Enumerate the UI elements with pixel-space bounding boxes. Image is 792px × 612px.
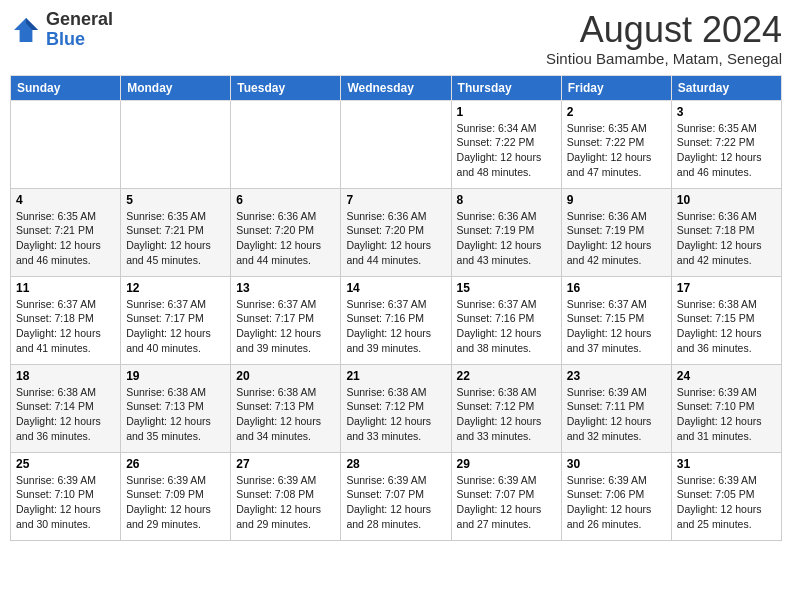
calendar-cell: 3Sunrise: 6:35 AM Sunset: 7:22 PM Daylig…	[671, 100, 781, 188]
day-number: 22	[457, 369, 556, 383]
calendar-cell: 2Sunrise: 6:35 AM Sunset: 7:22 PM Daylig…	[561, 100, 671, 188]
calendar-cell: 11Sunrise: 6:37 AM Sunset: 7:18 PM Dayli…	[11, 276, 121, 364]
column-header-wednesday: Wednesday	[341, 75, 451, 100]
day-number: 25	[16, 457, 115, 471]
calendar-cell: 31Sunrise: 6:39 AM Sunset: 7:05 PM Dayli…	[671, 452, 781, 540]
calendar-week-2: 4Sunrise: 6:35 AM Sunset: 7:21 PM Daylig…	[11, 188, 782, 276]
day-number: 31	[677, 457, 776, 471]
day-info: Sunrise: 6:39 AM Sunset: 7:08 PM Dayligh…	[236, 473, 335, 532]
day-number: 18	[16, 369, 115, 383]
calendar-week-1: 1Sunrise: 6:34 AM Sunset: 7:22 PM Daylig…	[11, 100, 782, 188]
location-subtitle: Sintiou Bamambe, Matam, Senegal	[546, 50, 782, 67]
day-number: 3	[677, 105, 776, 119]
day-number: 19	[126, 369, 225, 383]
calendar-cell: 8Sunrise: 6:36 AM Sunset: 7:19 PM Daylig…	[451, 188, 561, 276]
column-header-thursday: Thursday	[451, 75, 561, 100]
day-number: 14	[346, 281, 445, 295]
day-info: Sunrise: 6:36 AM Sunset: 7:20 PM Dayligh…	[346, 209, 445, 268]
day-number: 11	[16, 281, 115, 295]
day-number: 8	[457, 193, 556, 207]
day-number: 30	[567, 457, 666, 471]
calendar-cell: 29Sunrise: 6:39 AM Sunset: 7:07 PM Dayli…	[451, 452, 561, 540]
calendar-cell: 25Sunrise: 6:39 AM Sunset: 7:10 PM Dayli…	[11, 452, 121, 540]
calendar-cell: 17Sunrise: 6:38 AM Sunset: 7:15 PM Dayli…	[671, 276, 781, 364]
day-info: Sunrise: 6:39 AM Sunset: 7:07 PM Dayligh…	[346, 473, 445, 532]
day-info: Sunrise: 6:37 AM Sunset: 7:17 PM Dayligh…	[236, 297, 335, 356]
day-number: 29	[457, 457, 556, 471]
day-info: Sunrise: 6:35 AM Sunset: 7:22 PM Dayligh…	[567, 121, 666, 180]
day-number: 15	[457, 281, 556, 295]
calendar-cell: 19Sunrise: 6:38 AM Sunset: 7:13 PM Dayli…	[121, 364, 231, 452]
calendar-cell: 7Sunrise: 6:36 AM Sunset: 7:20 PM Daylig…	[341, 188, 451, 276]
day-info: Sunrise: 6:38 AM Sunset: 7:15 PM Dayligh…	[677, 297, 776, 356]
day-info: Sunrise: 6:39 AM Sunset: 7:10 PM Dayligh…	[677, 385, 776, 444]
calendar-cell: 14Sunrise: 6:37 AM Sunset: 7:16 PM Dayli…	[341, 276, 451, 364]
calendar-cell: 12Sunrise: 6:37 AM Sunset: 7:17 PM Dayli…	[121, 276, 231, 364]
calendar-cell	[341, 100, 451, 188]
day-number: 7	[346, 193, 445, 207]
day-info: Sunrise: 6:36 AM Sunset: 7:19 PM Dayligh…	[567, 209, 666, 268]
day-info: Sunrise: 6:38 AM Sunset: 7:12 PM Dayligh…	[346, 385, 445, 444]
calendar-week-4: 18Sunrise: 6:38 AM Sunset: 7:14 PM Dayli…	[11, 364, 782, 452]
calendar-cell: 23Sunrise: 6:39 AM Sunset: 7:11 PM Dayli…	[561, 364, 671, 452]
calendar-week-3: 11Sunrise: 6:37 AM Sunset: 7:18 PM Dayli…	[11, 276, 782, 364]
day-number: 1	[457, 105, 556, 119]
day-info: Sunrise: 6:36 AM Sunset: 7:20 PM Dayligh…	[236, 209, 335, 268]
column-header-monday: Monday	[121, 75, 231, 100]
day-info: Sunrise: 6:34 AM Sunset: 7:22 PM Dayligh…	[457, 121, 556, 180]
day-number: 23	[567, 369, 666, 383]
day-number: 12	[126, 281, 225, 295]
day-info: Sunrise: 6:39 AM Sunset: 7:06 PM Dayligh…	[567, 473, 666, 532]
day-number: 21	[346, 369, 445, 383]
day-number: 5	[126, 193, 225, 207]
logo: General Blue	[10, 10, 113, 50]
day-info: Sunrise: 6:37 AM Sunset: 7:16 PM Dayligh…	[346, 297, 445, 356]
day-number: 4	[16, 193, 115, 207]
calendar-table: SundayMondayTuesdayWednesdayThursdayFrid…	[10, 75, 782, 541]
calendar-cell: 24Sunrise: 6:39 AM Sunset: 7:10 PM Dayli…	[671, 364, 781, 452]
calendar-cell: 20Sunrise: 6:38 AM Sunset: 7:13 PM Dayli…	[231, 364, 341, 452]
calendar-cell	[121, 100, 231, 188]
day-info: Sunrise: 6:39 AM Sunset: 7:09 PM Dayligh…	[126, 473, 225, 532]
calendar-cell: 18Sunrise: 6:38 AM Sunset: 7:14 PM Dayli…	[11, 364, 121, 452]
calendar-header-row: SundayMondayTuesdayWednesdayThursdayFrid…	[11, 75, 782, 100]
day-number: 28	[346, 457, 445, 471]
page-header: General Blue August 2024 Sintiou Bamambe…	[10, 10, 782, 67]
day-info: Sunrise: 6:39 AM Sunset: 7:05 PM Dayligh…	[677, 473, 776, 532]
day-info: Sunrise: 6:38 AM Sunset: 7:13 PM Dayligh…	[126, 385, 225, 444]
logo-blue-text: Blue	[46, 30, 113, 50]
calendar-cell: 30Sunrise: 6:39 AM Sunset: 7:06 PM Dayli…	[561, 452, 671, 540]
column-header-sunday: Sunday	[11, 75, 121, 100]
day-info: Sunrise: 6:37 AM Sunset: 7:15 PM Dayligh…	[567, 297, 666, 356]
column-header-friday: Friday	[561, 75, 671, 100]
calendar-cell: 28Sunrise: 6:39 AM Sunset: 7:07 PM Dayli…	[341, 452, 451, 540]
calendar-cell: 6Sunrise: 6:36 AM Sunset: 7:20 PM Daylig…	[231, 188, 341, 276]
day-number: 24	[677, 369, 776, 383]
day-info: Sunrise: 6:38 AM Sunset: 7:13 PM Dayligh…	[236, 385, 335, 444]
day-number: 17	[677, 281, 776, 295]
day-info: Sunrise: 6:35 AM Sunset: 7:22 PM Dayligh…	[677, 121, 776, 180]
day-info: Sunrise: 6:38 AM Sunset: 7:14 PM Dayligh…	[16, 385, 115, 444]
day-number: 16	[567, 281, 666, 295]
calendar-cell: 10Sunrise: 6:36 AM Sunset: 7:18 PM Dayli…	[671, 188, 781, 276]
column-header-saturday: Saturday	[671, 75, 781, 100]
day-info: Sunrise: 6:35 AM Sunset: 7:21 PM Dayligh…	[126, 209, 225, 268]
calendar-cell: 15Sunrise: 6:37 AM Sunset: 7:16 PM Dayli…	[451, 276, 561, 364]
day-number: 13	[236, 281, 335, 295]
logo-icon	[10, 14, 42, 46]
day-number: 10	[677, 193, 776, 207]
day-info: Sunrise: 6:38 AM Sunset: 7:12 PM Dayligh…	[457, 385, 556, 444]
calendar-cell: 16Sunrise: 6:37 AM Sunset: 7:15 PM Dayli…	[561, 276, 671, 364]
day-number: 20	[236, 369, 335, 383]
day-number: 6	[236, 193, 335, 207]
column-header-tuesday: Tuesday	[231, 75, 341, 100]
calendar-cell: 26Sunrise: 6:39 AM Sunset: 7:09 PM Dayli…	[121, 452, 231, 540]
day-info: Sunrise: 6:37 AM Sunset: 7:17 PM Dayligh…	[126, 297, 225, 356]
calendar-cell: 4Sunrise: 6:35 AM Sunset: 7:21 PM Daylig…	[11, 188, 121, 276]
day-info: Sunrise: 6:39 AM Sunset: 7:07 PM Dayligh…	[457, 473, 556, 532]
calendar-cell	[231, 100, 341, 188]
day-info: Sunrise: 6:37 AM Sunset: 7:16 PM Dayligh…	[457, 297, 556, 356]
logo-general-text: General	[46, 10, 113, 30]
day-info: Sunrise: 6:37 AM Sunset: 7:18 PM Dayligh…	[16, 297, 115, 356]
day-number: 2	[567, 105, 666, 119]
